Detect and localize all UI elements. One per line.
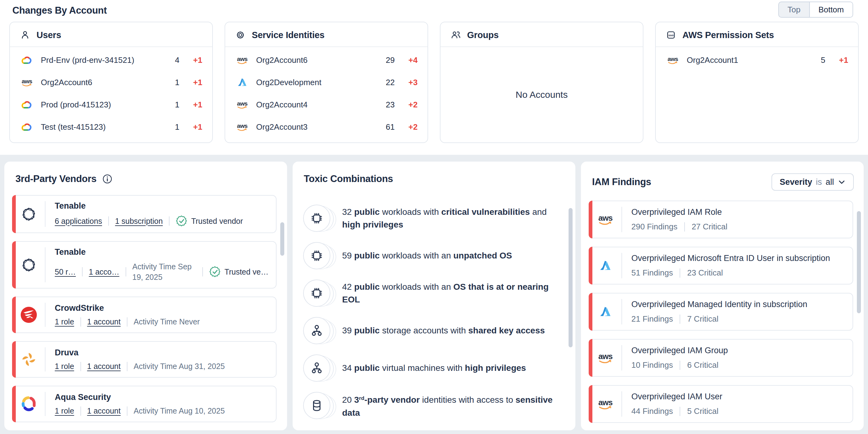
critical-count: 23 Critical [687, 268, 723, 278]
card-title: Users [36, 30, 61, 40]
azure-icon [235, 77, 249, 88]
severity-accent-bar [589, 385, 592, 423]
aws-icon [235, 121, 249, 133]
divider [680, 268, 680, 278]
account-count: 5 [812, 55, 825, 65]
critical-count: 6 Critical [687, 360, 718, 370]
groups-card: Groups No Accounts [440, 22, 644, 143]
divider [202, 267, 203, 277]
account-count: 29 [381, 55, 395, 65]
account-row[interactable]: Org2Account4 23 +2 [235, 93, 417, 116]
toggle-top-button[interactable]: Top [779, 2, 809, 17]
vendor-name: Tenable [55, 247, 269, 257]
activity-time: Activity Time Sep 19, 2025 [132, 261, 196, 282]
account-delta: +1 [186, 100, 202, 110]
empty-state-text: No Accounts [516, 89, 568, 100]
vendor-card-aqua-security[interactable]: Aqua Security 1 role 1 account Activity … [12, 386, 277, 422]
account-row[interactable]: Org2Account3 61 +2 [235, 116, 417, 138]
tenable-logo-icon [13, 206, 45, 223]
roles-link[interactable]: 50 r… [55, 267, 76, 277]
vendor-card-druva[interactable]: Druva 1 role 1 account Activity Time Aug… [12, 341, 277, 378]
toxic-item[interactable]: 20 3rd-party vendor identities with acce… [303, 387, 563, 424]
critical-count: 7 Critical [687, 314, 718, 324]
roles-link[interactable]: 1 role [55, 317, 74, 326]
aws-icon [20, 77, 34, 88]
badge-check-icon [209, 266, 221, 278]
service-identities-card-body: Org2Account6 29 +4 Org2Development 22 +3… [225, 47, 428, 142]
findings-list: Overprivileged IAM Role 290 Findings 27 … [581, 198, 864, 430]
chevron-down-icon [838, 178, 846, 186]
account-row[interactable]: Org2Development 22 +3 [235, 71, 417, 93]
vendor-card-tenable-2[interactable]: Tenable 50 r… 1 acco… Activity Time Sep … [12, 241, 277, 289]
card-title: Service Identities [252, 30, 324, 40]
account-count: 1 [166, 78, 179, 87]
roles-link[interactable]: 1 role [55, 362, 74, 371]
service-identities-card-header: Service Identities [225, 22, 428, 47]
vendor-card-tenable[interactable]: Tenable 6 applications 1 subscription Tr… [12, 195, 277, 233]
toxic-item[interactable]: 59 public workloads with an unpatched OS [303, 237, 563, 274]
toxic-item[interactable]: 42 public workloads with an OS that is a… [303, 274, 563, 312]
account-count: 61 [381, 122, 395, 132]
vendor-name: Tenable [55, 201, 269, 211]
info-icon[interactable] [102, 174, 113, 184]
finding-title: Overprivileged IAM User [631, 392, 845, 402]
chip-icon [303, 280, 330, 307]
panel-title: 3rd-Party Vendors [16, 173, 96, 184]
severity-filter-dropdown[interactable]: Severity is all [772, 173, 854, 191]
vendor-name: Aqua Security [55, 393, 269, 402]
applications-link[interactable]: 6 applications [55, 217, 102, 226]
account-row[interactable]: Org2Account1 5 +1 [666, 49, 848, 71]
account-row[interactable]: Prd-Env (prd-env-341521) 4 +1 [20, 49, 202, 71]
findings-count: 10 Findings [631, 360, 673, 370]
divider [126, 267, 126, 277]
account-row[interactable]: Test (test-415123) 1 +1 [20, 116, 202, 138]
critical-count: 27 Critical [692, 222, 727, 232]
account-count: 1 [166, 100, 179, 110]
groups-card-body: No Accounts [440, 47, 643, 142]
accounts-link[interactable]: 1 acco… [89, 267, 119, 277]
toggle-bottom-button[interactable]: Bottom [809, 2, 852, 17]
finding-card[interactable]: Overprivileged IAM Role 290 Findings 27 … [589, 201, 853, 238]
findings-count: 44 Findings [631, 406, 673, 416]
divider [81, 362, 81, 371]
user-icon [20, 30, 30, 40]
divider [684, 222, 685, 232]
account-row[interactable]: Prod (prod-415123) 1 +1 [20, 93, 202, 116]
service-identities-card: Service Identities Org2Account6 29 +4 Or… [224, 22, 428, 143]
divider [127, 406, 127, 416]
accounts-link[interactable]: 1 account [87, 406, 121, 415]
subscription-link[interactable]: 1 subscription [115, 217, 163, 226]
account-row[interactable]: Org2Account6 1 +1 [20, 71, 202, 93]
finding-card[interactable]: Overprivileged Microsoft Entra ID User i… [589, 247, 853, 285]
account-row[interactable]: Org2Account6 29 +4 [235, 49, 417, 71]
account-delta: +1 [186, 122, 202, 132]
toxic-item[interactable]: 34 public virtual machines with high pri… [303, 349, 563, 387]
account-delta: +2 [402, 100, 417, 110]
users-card-body: Prd-Env (prd-env-341521) 4 +1 Org2Accoun… [10, 47, 212, 142]
toxic-item[interactable]: 32 public workloads with critical vulner… [303, 199, 563, 237]
finding-card[interactable]: Overprivileged IAM Group 10 Findings 6 C… [589, 339, 853, 377]
finding-title: Overprivileged IAM Role [631, 207, 845, 217]
sso-badge-icon [666, 30, 676, 40]
accounts-link[interactable]: 1 account [87, 362, 121, 371]
toxic-item[interactable]: 39 public storage accounts with shared k… [303, 312, 563, 349]
findings-scrollbar-thumb[interactable] [857, 211, 861, 313]
toxic-scrollbar-thumb[interactable] [568, 208, 572, 347]
severity-accent-bar [12, 386, 16, 422]
vendor-card-crowdstrike[interactable]: CrowdStrike 1 role 1 account Activity Ti… [12, 296, 277, 333]
severity-accent-bar [12, 241, 16, 289]
account-count: 1 [166, 122, 179, 132]
finding-card[interactable]: Overprivileged Managed Identity in subsc… [589, 293, 853, 330]
severity-accent-bar [589, 293, 592, 330]
users-card: Users Prd-Env (prd-env-341521) 4 +1 Org2… [9, 22, 213, 143]
iam-panel-header: IAM Findings Severity is all [581, 162, 864, 198]
roles-link[interactable]: 1 role [55, 406, 74, 415]
divider [82, 267, 83, 277]
third-party-vendors-panel: 3rd-Party Vendors Tenable 6 applications… [4, 162, 287, 430]
aws-icon [235, 55, 249, 66]
accounts-link[interactable]: 1 account [87, 317, 121, 326]
trusted-vendor-badge: Trusted vendor [176, 215, 243, 227]
finding-card[interactable]: Overprivileged IAM User 44 Findings 5 Cr… [589, 385, 853, 423]
finding-title: Overprivileged Managed Identity in subsc… [631, 300, 845, 309]
vendors-scrollbar-thumb[interactable] [280, 222, 284, 256]
